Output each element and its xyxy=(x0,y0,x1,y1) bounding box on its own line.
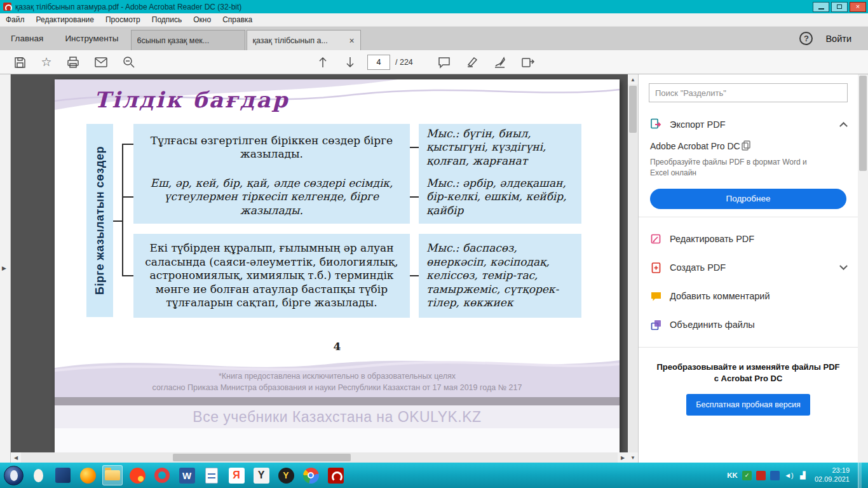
tab-home[interactable]: Главная xyxy=(0,27,54,50)
help-icon[interactable]: ? xyxy=(799,32,813,45)
favorites-star-icon[interactable]: ☆ xyxy=(39,55,53,69)
page-number-input[interactable] xyxy=(367,55,390,70)
acrobat-tray-icon[interactable] xyxy=(756,471,766,480)
free-trial-button[interactable]: Бесплатная пробная версия xyxy=(686,394,810,416)
tools-panel: Экспорт PDF Adobe Acrobat Pro DC Преобра… xyxy=(638,74,858,463)
window-controls: × xyxy=(813,2,868,12)
create-pdf-label: Создать PDF xyxy=(670,262,833,273)
zoom-out-icon[interactable] xyxy=(122,55,136,69)
bracket-stub-label xyxy=(113,220,122,222)
minimize-button[interactable] xyxy=(813,2,829,12)
antivirus-check-icon[interactable]: ✓ xyxy=(742,471,752,480)
tools-search-input[interactable] xyxy=(649,83,848,102)
clock[interactable]: 23:19 02.09.2021 xyxy=(815,466,850,484)
save-icon[interactable] xyxy=(13,55,27,69)
example-text-1: Мыс.: бүгін, биыл, қыстыгүні, күздігүні,… xyxy=(419,124,581,171)
doc-tab-2-active[interactable]: қазақ тілібсынып а... × xyxy=(247,30,361,50)
show-desktop-button[interactable] xyxy=(858,463,862,488)
acrobat-pro-block: Adobe Acrobat Pro DC Преобразуйте файлы … xyxy=(639,139,858,209)
export-pdf-item[interactable]: Экспорт PDF xyxy=(639,110,858,139)
highlighter-icon[interactable] xyxy=(465,55,479,69)
copyright-line-1: *Книга предоставлена исключительно в обр… xyxy=(55,372,620,381)
chevron-up-icon[interactable] xyxy=(839,122,848,130)
horizontal-scrollbar[interactable]: ◀ ▶ xyxy=(11,452,628,463)
horizontal-scroll-thumb[interactable] xyxy=(173,454,351,461)
navigation-pane-strip: ▶ xyxy=(0,74,11,463)
close-tab-icon[interactable]: × xyxy=(349,36,354,46)
y-dark-icon[interactable]: Y xyxy=(276,465,296,485)
doc-tab-2-label: қазақ тілібсынып а... xyxy=(253,36,346,45)
menu-window[interactable]: Окно xyxy=(187,13,217,27)
email-icon[interactable] xyxy=(94,55,108,69)
edit-pdf-label: Редактировать PDF xyxy=(670,234,846,244)
acrobat-pro-title: Adobe Acrobat Pro DC xyxy=(650,141,740,151)
yandex-browser-icon[interactable] xyxy=(127,465,147,485)
bracket-stub-row1 xyxy=(122,144,133,145)
word-icon[interactable]: W xyxy=(177,465,197,485)
watermark-text: Все учебники Казахстана на OKULYK.KZ xyxy=(193,409,481,426)
diagram-side-label: Бірге жазылатын сөздер xyxy=(93,146,107,295)
print-icon[interactable] xyxy=(66,55,80,69)
scroll-left-icon[interactable]: ◀ xyxy=(11,452,21,463)
rule-text-2: Еш, әр, кей, бір, қай, әлде сөздері есім… xyxy=(133,170,410,224)
previous-page-icon[interactable] xyxy=(316,55,330,69)
sign-in-button[interactable]: Войти xyxy=(825,34,851,44)
panel-scrollbar[interactable] xyxy=(858,74,868,463)
send-for-signature-icon[interactable] xyxy=(521,55,535,69)
volume-icon[interactable]: ◄) xyxy=(784,471,794,480)
scroll-right-icon[interactable]: ▶ xyxy=(618,452,628,463)
launcher-egg-icon[interactable] xyxy=(28,465,48,485)
language-indicator[interactable]: KK xyxy=(727,471,738,479)
panel-divider-2 xyxy=(639,347,858,348)
acrobat-app-icon xyxy=(3,3,11,11)
edit-pdf-item[interactable]: Редактировать PDF xyxy=(639,225,858,254)
more-details-button[interactable]: Подробнее xyxy=(650,189,846,209)
opera-icon[interactable] xyxy=(152,465,172,485)
fill-sign-icon[interactable] xyxy=(493,55,507,69)
create-pdf-item[interactable]: Создать PDF xyxy=(639,254,858,282)
network-icon[interactable]: ▟ xyxy=(798,471,808,480)
comment-icon[interactable] xyxy=(437,55,451,69)
document-icon[interactable] xyxy=(201,465,222,485)
y-light-icon[interactable]: Y xyxy=(251,465,271,485)
doc-tab-1[interactable]: 6сынып қазақ мек... xyxy=(131,30,245,50)
maximize-button[interactable] xyxy=(831,2,848,12)
update-tray-icon[interactable] xyxy=(770,471,780,480)
menu-help[interactable]: Справка xyxy=(217,13,258,27)
tab-tools[interactable]: Инструменты xyxy=(54,27,129,50)
menu-file[interactable]: Файл xyxy=(0,13,31,27)
next-page-icon[interactable] xyxy=(343,55,357,69)
chrome-icon[interactable] xyxy=(301,465,321,485)
blue-app-icon[interactable] xyxy=(53,465,73,485)
menu-sign[interactable]: Подпись xyxy=(146,13,188,27)
menu-bar: Файл Редактирование Просмотр Подпись Окн… xyxy=(0,13,868,27)
rule-row-2: Еш, әр, кей, бір, қай, әлде сөздері есім… xyxy=(133,170,581,224)
expand-pane-icon[interactable]: ▶ xyxy=(2,265,6,271)
firefox-icon[interactable] xyxy=(78,465,98,485)
close-button[interactable]: × xyxy=(850,2,866,12)
acrobat-icon[interactable] xyxy=(325,465,346,485)
acrobat-pro-description: Преобразуйте файлы PDF в формат Word и E… xyxy=(650,157,817,179)
scroll-down-icon[interactable]: ▼ xyxy=(628,452,638,463)
acrobat-promo-text: Преобразовывайте и изменяйте файлы PDF с… xyxy=(639,355,858,386)
combine-files-icon xyxy=(650,319,662,331)
chevron-down-icon[interactable] xyxy=(839,262,848,270)
combine-files-item[interactable]: Объединить файлы xyxy=(639,311,858,339)
window-title: қазақ тілібсынып атамура.pdf - Adobe Acr… xyxy=(15,3,241,11)
add-comment-label: Добавить комментарий xyxy=(670,291,846,301)
menu-view[interactable]: Просмотр xyxy=(100,13,146,27)
vertical-scroll-thumb[interactable] xyxy=(629,86,637,133)
connector-line-1 xyxy=(410,147,419,148)
file-explorer-icon[interactable] xyxy=(102,465,123,485)
panel-scroll-thumb[interactable] xyxy=(859,76,867,171)
lesson-title: Тілдік бағдар xyxy=(94,87,289,112)
yandex-icon[interactable]: Я xyxy=(226,465,247,485)
doc-tab-1-label: 6сынып қазақ мек... xyxy=(137,36,239,45)
vertical-scrollbar[interactable]: ▲ ▼ xyxy=(628,74,638,463)
add-comment-item[interactable]: Добавить комментарий xyxy=(639,282,858,311)
connector-line-3 xyxy=(410,275,419,276)
page-bottom-area xyxy=(55,428,620,452)
scroll-up-icon[interactable]: ▲ xyxy=(628,74,638,85)
start-button[interactable] xyxy=(4,466,24,485)
menu-edit[interactable]: Редактирование xyxy=(31,13,100,27)
